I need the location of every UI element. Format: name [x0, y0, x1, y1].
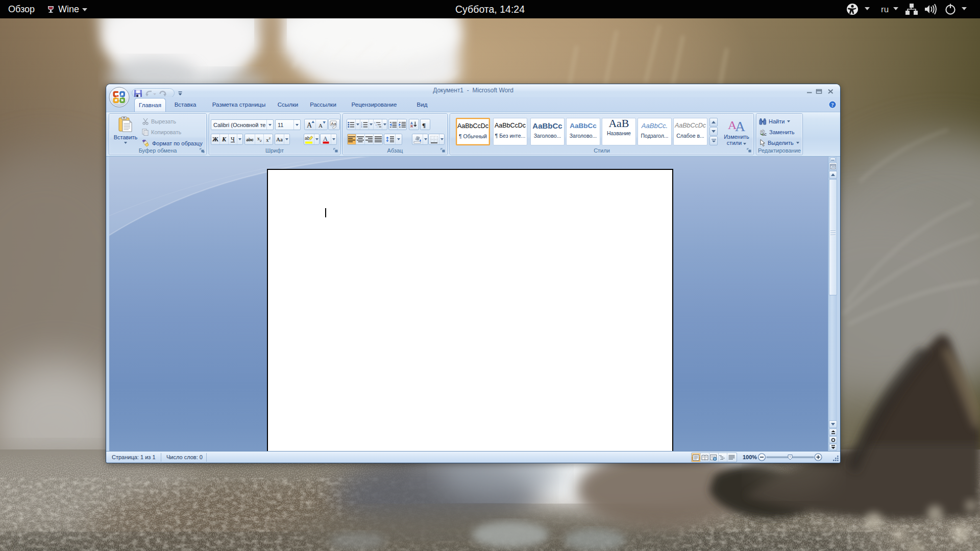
svg-text:i: i — [377, 126, 378, 128]
svg-text:ac: ac — [762, 132, 767, 136]
svg-text:A: A — [323, 135, 328, 142]
svg-text:A: A — [307, 121, 312, 129]
svg-text:1: 1 — [374, 121, 375, 124]
svg-text:3: 3 — [361, 126, 362, 128]
svg-text:A: A — [318, 122, 323, 129]
svg-text:?: ? — [831, 102, 834, 108]
svg-text:¶: ¶ — [422, 121, 426, 128]
svg-text:Я: Я — [410, 124, 413, 128]
svg-text:A: A — [735, 118, 745, 132]
svg-text:ru: ru — [881, 5, 889, 14]
